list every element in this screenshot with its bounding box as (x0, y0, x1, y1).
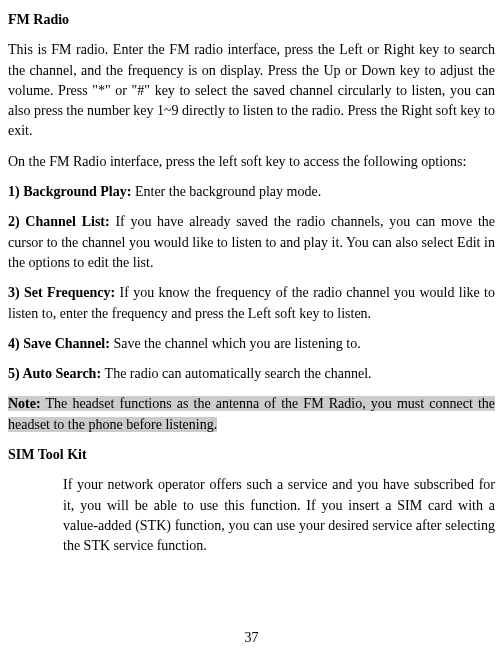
note-text: The headset functions as the antenna of … (8, 396, 495, 431)
section-title-fm-radio: FM Radio (8, 10, 495, 30)
option-label: 4) Save Channel: (8, 336, 113, 351)
option-text: Enter the background play mode. (135, 184, 321, 199)
option-label: 2) Channel List: (8, 214, 115, 229)
option-text: The radio can automatically search the c… (105, 366, 372, 381)
option-text: Save the channel which you are listening… (113, 336, 360, 351)
option-background-play: 1) Background Play: Enter the background… (8, 182, 495, 202)
lead-paragraph: On the FM Radio interface, press the lef… (8, 152, 495, 172)
option-set-frequency: 3) Set Frequency: If you know the freque… (8, 283, 495, 324)
intro-paragraph: This is FM radio. Enter the FM radio int… (8, 40, 495, 141)
note-paragraph: Note: The headset functions as the anten… (8, 394, 495, 435)
section-title-sim-tool-kit: SIM Tool Kit (8, 445, 495, 465)
option-label: 1) Background Play: (8, 184, 135, 199)
option-channel-list: 2) Channel List: If you have already sav… (8, 212, 495, 273)
option-save-channel: 4) Save Channel: Save the channel which … (8, 334, 495, 354)
option-label: 5) Auto Search: (8, 366, 105, 381)
option-auto-search: 5) Auto Search: The radio can automatica… (8, 364, 495, 384)
page-number: 37 (0, 628, 503, 648)
option-label: 3) Set Frequency: (8, 285, 120, 300)
note-label: Note: (8, 396, 41, 411)
sim-tool-kit-body: If your network operator offers such a s… (8, 475, 495, 556)
